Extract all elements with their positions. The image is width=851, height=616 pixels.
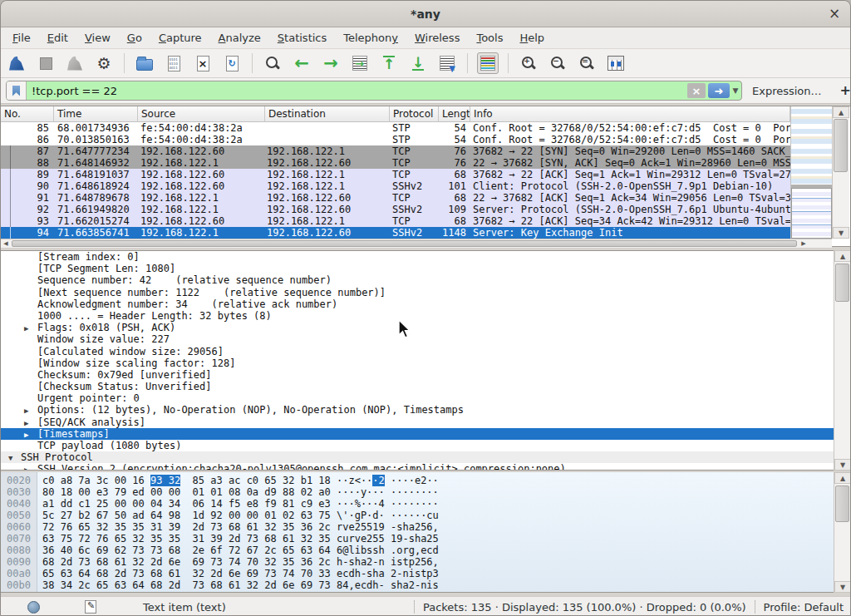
menu-telephony[interactable]: Telephony: [335, 29, 406, 47]
scroll-up-arrow-icon[interactable]: ▲: [834, 250, 851, 262]
hex-ascii[interactable]: ···%···4 ········: [337, 498, 439, 510]
filter-bookmark-button[interactable]: [7, 81, 27, 100]
hex-ascii[interactable]: ····y··· ········: [337, 486, 439, 498]
menu-go[interactable]: Go: [119, 29, 150, 47]
hex-row-0060[interactable]: 006072 76 65 32 35 35 31 39 2d 73 68 61 …: [1, 521, 851, 533]
hex-row-0080[interactable]: 008036 40 6c 69 62 73 73 68 2e 6f 72 67 …: [1, 545, 851, 556]
column-header-protocol[interactable]: Protocol: [390, 106, 439, 121]
scroll-right-arrow-icon[interactable]: ▶: [799, 239, 809, 248]
detail-row[interactable]: 1000 .... = Header Length: 32 bytes (8): [1, 310, 834, 322]
menu-edit[interactable]: Edit: [39, 29, 76, 47]
zoom-out-icon[interactable]: −: [547, 52, 568, 74]
detail-row[interactable]: ▶SSH Version 2 (encryption:chacha20-poly…: [1, 463, 834, 471]
resize-columns-icon[interactable]: [605, 52, 627, 74]
hex-row-0040[interactable]: 0040a1 dd c1 25 00 00 04 34 06 14 f5 e8 …: [1, 498, 851, 510]
hex-row-00a0[interactable]: 00a065 63 64 68 2d 73 68 61 32 2d 6e 69 …: [1, 568, 851, 579]
detail-row[interactable]: ▶[SEQ/ACK analysis]: [1, 416, 834, 428]
hex-bytes[interactable]: 5c 27 b2 67 50 ad 64 98 1d 92 00 00 01 0…: [42, 510, 331, 521]
detail-row[interactable]: Acknowledgment number: 34 (relative ack …: [1, 298, 834, 310]
hex-bytes[interactable]: 68 2d 73 68 61 32 2d 6e 69 73 74 70 32 3…: [42, 556, 331, 568]
hex-bytes[interactable]: 80 18 00 e3 79 ed 00 00 01 01 08 0a d9 8…: [42, 486, 331, 498]
detail-row[interactable]: TCP payload (1080 bytes): [1, 440, 834, 451]
hex-bytes[interactable]: 63 75 72 76 65 32 35 35 31 39 2d 73 68 6…: [42, 533, 331, 545]
detail-row[interactable]: Sequence number: 42 (relative sequence n…: [1, 274, 834, 286]
column-header-length[interactable]: Length: [439, 106, 470, 121]
detail-row[interactable]: ▼SSH Protocol: [1, 451, 834, 463]
hex-ascii[interactable]: h-sha2-n istp256,: [337, 556, 439, 568]
hex-ascii[interactable]: ecdh-sha 2-nistp3: [337, 568, 439, 579]
hex-bytes[interactable]: 72 76 65 32 35 35 31 39 2d 73 68 61 32 3…: [42, 521, 331, 533]
menu-view[interactable]: View: [76, 29, 119, 47]
details-vscrollbar[interactable]: ▲ ▼: [834, 250, 851, 471]
menu-analyze[interactable]: Analyze: [210, 29, 269, 47]
hex-bytes[interactable]: 65 63 64 68 2d 73 68 61 32 2d 6e 69 73 7…: [42, 568, 331, 579]
scroll-down-arrow-icon[interactable]: ▼: [834, 459, 851, 471]
hex-ascii[interactable]: 84,ecdh- sha2-nis: [337, 579, 439, 591]
detail-row[interactable]: ▶Options: (12 bytes), No-Operation (NOP)…: [1, 404, 834, 416]
hex-vscroll-thumb[interactable]: [835, 485, 849, 522]
save-file-icon[interactable]: [163, 52, 184, 74]
packet-row-92[interactable]: 9271.661949820192.168.122.1192.168.122.6…: [1, 204, 790, 215]
hex-bytes[interactable]: 36 40 6c 69 62 73 73 68 2e 6f 72 67 2c 6…: [42, 545, 331, 556]
go-forward-icon[interactable]: →: [320, 52, 342, 74]
detail-row[interactable]: ▶Flags: 0x018 (PSH, ACK): [1, 322, 834, 333]
menu-tools[interactable]: Tools: [468, 29, 511, 47]
hex-bytes[interactable]: a1 dd c1 25 00 00 04 34 06 14 f5 e8 f9 8…: [42, 498, 331, 510]
start-capture-icon[interactable]: [6, 52, 27, 74]
zoom-original-icon[interactable]: =: [576, 52, 598, 74]
detail-row[interactable]: [Stream index: 0]: [1, 251, 834, 263]
detail-row[interactable]: [Next sequence number: 1122 (relative se…: [1, 287, 834, 298]
close-file-icon[interactable]: ×: [192, 52, 214, 74]
packet-row-89[interactable]: 8971.648191037192.168.122.60192.168.122.…: [1, 169, 790, 180]
hex-ascii[interactable]: rve25519 -sha256,: [337, 521, 439, 533]
packet-row-94[interactable]: 9471.663856741192.168.122.1192.168.122.6…: [1, 227, 790, 239]
packet-list-vscroll-thumb[interactable]: [834, 119, 848, 172]
hex-row-0020[interactable]: 0020c0 a8 7a 3c 00 16 93 32 85 a3 ac c0 …: [1, 475, 851, 486]
hex-vscrollbar[interactable]: ▲ ▼: [834, 472, 851, 593]
packet-list-vscrollbar[interactable]: ▲ ▼: [832, 106, 849, 239]
zoom-in-icon[interactable]: +: [518, 52, 539, 74]
hex-bytes[interactable]: c0 a8 7a 3c 00 16 93 32 85 a3 ac c0 65 3…: [42, 475, 331, 486]
hex-ascii[interactable]: curve255 19-sha25: [337, 533, 439, 545]
restart-capture-icon[interactable]: [64, 52, 86, 74]
go-first-packet-icon[interactable]: ↑: [378, 52, 400, 74]
titlebar[interactable]: *any ×: [1, 1, 850, 27]
detail-row[interactable]: Checksum: 0x79ed [unverified]: [1, 369, 834, 381]
expression-button[interactable]: Expression…: [742, 81, 832, 101]
capture-options-icon[interactable]: ⚙: [93, 52, 115, 74]
hex-row-00b0[interactable]: 00b038 34 2c 65 63 64 68 2d 73 68 61 32 …: [1, 579, 851, 591]
profile-label[interactable]: Profile: Default: [764, 601, 844, 614]
packet-row-88[interactable]: 8871.648146932192.168.122.1192.168.122.6…: [1, 157, 790, 169]
menu-help[interactable]: Help: [511, 29, 553, 47]
detail-row[interactable]: [TCP Segment Len: 1080]: [1, 263, 834, 274]
packet-row-87[interactable]: 8771.647777234192.168.122.60192.168.122.…: [1, 145, 790, 157]
go-last-packet-icon[interactable]: ↓: [407, 52, 429, 74]
packet-row-90[interactable]: 9071.648618924192.168.122.60192.168.122.…: [1, 180, 790, 192]
detail-row[interactable]: [Window size scaling factor: 128]: [1, 357, 834, 369]
collapsed-arrow-icon[interactable]: ▶: [24, 323, 28, 333]
detail-row[interactable]: Window size value: 227: [1, 333, 834, 345]
menu-statistics[interactable]: Statistics: [269, 29, 335, 47]
scroll-down-arrow-icon[interactable]: ▼: [833, 227, 849, 239]
detail-row[interactable]: Urgent pointer: 0: [1, 392, 834, 404]
colorize-packets-icon[interactable]: [477, 52, 499, 74]
packet-row-86[interactable]: 8670.013850163fe:54:00:d4:38:2aSTP54Conf…: [1, 134, 790, 145]
collapsed-arrow-icon[interactable]: ▶: [24, 464, 28, 471]
find-packet-icon[interactable]: [262, 52, 283, 74]
column-header-no[interactable]: No.: [1, 106, 54, 121]
filter-apply-button[interactable]: ➜: [708, 83, 730, 98]
expanded-arrow-icon[interactable]: ▼: [8, 452, 12, 463]
add-filter-button[interactable]: +: [832, 81, 851, 101]
hex-bytes[interactable]: 38 34 2c 65 63 64 68 2d 73 68 61 32 2d 6…: [42, 579, 331, 591]
packet-list-hscrollbar[interactable]: ◀ ▶: [1, 239, 832, 248]
filter-clear-button[interactable]: ×: [687, 83, 706, 98]
collapsed-arrow-icon[interactable]: ▶: [24, 405, 28, 416]
hex-row-0030[interactable]: 003080 18 00 e3 79 ed 00 00 01 01 08 0a …: [1, 486, 851, 498]
expert-info-icon[interactable]: [27, 601, 40, 614]
minimap-view-window[interactable]: [791, 188, 832, 239]
open-file-icon[interactable]: [134, 52, 155, 74]
column-header-destination[interactable]: Destination: [265, 106, 390, 121]
hex-ascii[interactable]: ··z<···2 ····e2··: [337, 475, 439, 486]
close-icon[interactable]: ×: [827, 7, 842, 22]
auto-scroll-icon[interactable]: ▼: [436, 52, 458, 74]
